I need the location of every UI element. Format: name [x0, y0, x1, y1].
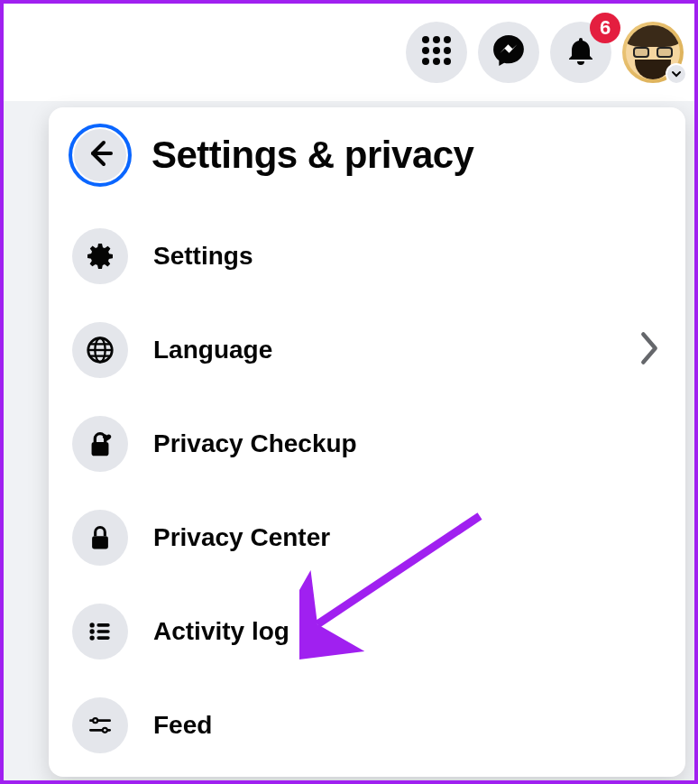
svg-point-6: [422, 58, 429, 65]
menu-item-label: Feed: [153, 711, 212, 740]
svg-point-0: [422, 36, 429, 43]
menu-item-label: Language: [153, 336, 272, 364]
lock-heart-icon: [72, 416, 128, 472]
svg-rect-15: [92, 442, 109, 456]
bell-icon: [565, 34, 597, 70]
app-frame: 6 Settings & privacy: [0, 0, 698, 784]
menu-item-label: Privacy Checkup: [153, 429, 357, 458]
svg-point-4: [433, 47, 440, 54]
list-icon: [72, 604, 128, 659]
menu-item-feed[interactable]: Feed: [72, 697, 666, 753]
lock-icon: [72, 510, 128, 566]
svg-rect-20: [96, 623, 109, 627]
svg-point-19: [89, 635, 94, 640]
panel-title: Settings & privacy: [152, 134, 473, 177]
menu-item-label: Activity log: [153, 617, 289, 646]
chevron-down-icon: [666, 63, 687, 85]
chevron-right-icon: [637, 330, 662, 370]
back-button[interactable]: [69, 124, 132, 187]
arrow-left-icon: [84, 137, 116, 173]
grid-icon: [420, 34, 453, 70]
svg-point-3: [422, 47, 429, 54]
svg-point-28: [104, 729, 106, 732]
sliders-icon: [72, 697, 128, 753]
globe-icon: [72, 322, 128, 378]
account-avatar-button[interactable]: [622, 22, 684, 83]
messenger-button[interactable]: [478, 22, 539, 83]
menu-item-label: Privacy Center: [153, 523, 330, 552]
svg-point-7: [433, 58, 440, 65]
menu-item-settings[interactable]: Settings: [72, 228, 666, 284]
menu-item-privacy-center[interactable]: Privacy Center: [72, 510, 666, 566]
svg-point-17: [89, 623, 94, 627]
notifications-badge: 6: [590, 13, 620, 43]
svg-point-2: [444, 36, 451, 43]
settings-privacy-panel: Settings & privacy Settings Language: [49, 107, 685, 777]
gear-icon: [72, 228, 128, 284]
svg-rect-22: [96, 636, 109, 640]
svg-point-27: [94, 719, 96, 722]
menu-item-privacy-checkup[interactable]: Privacy Checkup: [72, 416, 666, 472]
panel-header: Settings & privacy: [69, 124, 666, 187]
svg-rect-21: [96, 630, 109, 633]
topbar: 6: [4, 4, 694, 101]
settings-menu: Settings Language Privacy Checkup: [69, 228, 666, 753]
menu-item-activity-log[interactable]: Activity log: [72, 604, 666, 659]
svg-point-1: [433, 36, 440, 43]
notifications-button[interactable]: 6: [550, 22, 611, 83]
messenger-icon: [491, 33, 526, 71]
menu-item-label: Settings: [153, 242, 253, 271]
svg-point-5: [444, 47, 451, 54]
svg-point-18: [89, 629, 94, 633]
menu-apps-button[interactable]: [406, 22, 467, 83]
svg-rect-16: [92, 536, 108, 549]
menu-item-language[interactable]: Language: [72, 322, 666, 378]
svg-point-8: [444, 58, 451, 65]
